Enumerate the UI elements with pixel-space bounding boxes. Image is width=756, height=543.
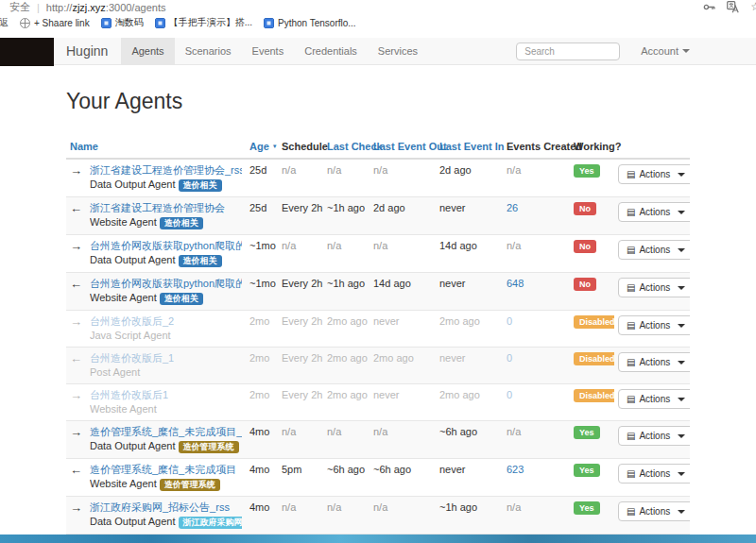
age-cell: 4mo (246, 497, 278, 535)
column-header-last-event-out[interactable]: Last Event Out (369, 136, 436, 159)
key-icon[interactable] (703, 1, 715, 13)
last-check-cell: ~6h ago (323, 459, 369, 497)
bookmark-label: Python Tensorflo... (278, 18, 356, 28)
column-header-name[interactable]: Name (66, 136, 246, 159)
last-event-out-cell: ~6h ago (369, 459, 436, 497)
globe-icon (20, 18, 30, 28)
bookmarks-bar: 返+ Shaare link淘数码【手把手演示】搭...Python Tenso… (0, 14, 756, 31)
actions-button[interactable]: ▤ Actions (618, 278, 690, 297)
bookmark-item[interactable]: 淘数码 (95, 16, 149, 29)
nav-item-credentials[interactable]: Credentials (294, 38, 368, 64)
last-event-in-cell: 2mo ago (436, 384, 503, 421)
last-event-in-cell: never (436, 348, 503, 384)
actions-button[interactable]: ▤ Actions (618, 426, 690, 446)
account-menu[interactable]: Account (641, 38, 690, 64)
chevron-down-icon (682, 49, 690, 53)
agent-name-link[interactable]: 浙江省建设工程造价管理协会 (90, 202, 225, 214)
working-badge: Yes (574, 501, 600, 515)
actions-button[interactable]: ▤ Actions (618, 164, 690, 184)
bookmark-item[interactable]: Python Tensorflo... (258, 18, 362, 28)
agent-name-link[interactable]: 台州造价改版后_2 (90, 315, 174, 328)
chevron-down-icon (678, 248, 685, 252)
working-cell: Yes (570, 159, 614, 197)
bookmarks-list: 返+ Shaare link淘数码【手把手演示】搭...Python Tenso… (0, 16, 362, 29)
direction-arrow-icon: ← (70, 278, 82, 305)
actions-button[interactable]: ▤ Actions (618, 464, 690, 484)
bookmark-star-icon[interactable]: ☆ (750, 0, 756, 14)
column-header-events-created: Events Created (503, 136, 570, 159)
column-header-working: Working? (570, 136, 614, 159)
column-header-age[interactable]: Age▼ (246, 136, 278, 159)
last-check-cell: ~1h ago (323, 273, 369, 311)
actions-button[interactable]: ▤ Actions (618, 202, 690, 222)
events-created-link[interactable]: 648 (507, 278, 524, 289)
age-cell: 25d (246, 197, 278, 235)
column-header-actions (614, 136, 690, 159)
agent-tag-badge[interactable]: 造价相关 (179, 255, 222, 267)
column-header-last-check[interactable]: Last Check (323, 136, 369, 159)
events-created-link[interactable]: 623 (507, 464, 524, 475)
agent-tag-badge[interactable]: 造价相关 (160, 293, 203, 305)
table-row: → 造价管理系统_糜信_未完成项目_rss Data Output Agent造… (66, 421, 690, 459)
age-cell: 25d (246, 159, 278, 197)
agent-name-link[interactable]: 台州造价网改版获取python爬取的数据_rss (90, 240, 242, 252)
nav-items: AgentsScenariosEventsCredentialsServices (121, 38, 428, 64)
direction-arrow-icon: → (70, 240, 82, 267)
chevron-down-icon (678, 472, 685, 476)
nav-item-events[interactable]: Events (242, 38, 295, 64)
events-created-link[interactable]: 0 (507, 315, 512, 327)
actions-button[interactable]: ▤ Actions (618, 240, 690, 260)
agent-tag-badge[interactable]: 造价管理系统 (179, 441, 239, 453)
agent-name-link[interactable]: 造价管理系统_糜信_未完成项目 (90, 464, 236, 476)
direction-arrow-icon: → (70, 389, 82, 416)
agent-name-link[interactable]: 造价管理系统_糜信_未完成项目_rss (90, 426, 242, 438)
bookmark-item[interactable]: 【手把手演示】搭... (149, 16, 258, 29)
nav-item-agents[interactable]: Agents (121, 38, 174, 64)
actions-button[interactable]: ▤ Actions (618, 389, 690, 409)
schedule-cell: n/a (278, 159, 323, 197)
direction-arrow-icon: ← (70, 352, 82, 379)
address-bar[interactable]: 安全 | http://zjzj.xyz:3000/agents ☆ (0, 0, 756, 14)
agent-name-link[interactable]: 浙江政府采购网_招标公告_rss (90, 501, 242, 514)
agent-tag-badge[interactable]: 造价管理系统 (160, 479, 220, 491)
agent-type-label: Data Output Agent (90, 440, 176, 451)
working-cell: No (570, 197, 614, 235)
search-input[interactable] (516, 42, 620, 60)
last-event-out-cell: never (369, 311, 436, 348)
agent-name-link[interactable]: 台州造价改版后1 (90, 389, 168, 401)
actions-button[interactable]: ▤ Actions (618, 315, 690, 335)
actions-button[interactable]: ▤ Actions (618, 501, 690, 521)
list-grid-icon: ▤ (627, 469, 635, 479)
agent-name-link[interactable]: 台州造价改版后_1 (90, 352, 174, 365)
agents-table-body: → 浙江省建设工程造价管理协会_rss Data Output Agent造价相… (66, 159, 690, 543)
nav-item-services[interactable]: Services (368, 38, 428, 64)
agent-type-label: Data Output Agent (90, 254, 176, 265)
working-badge: No (574, 240, 596, 253)
page-title: Your Agents (66, 89, 690, 114)
brand-logo[interactable]: Huginn (66, 38, 108, 64)
bookmark-item[interactable]: + Shaare link (14, 18, 95, 28)
bookmark-item[interactable]: 返 (0, 16, 14, 29)
events-created-link[interactable]: 0 (507, 389, 512, 400)
nav-spacer (428, 38, 516, 64)
table-row: ← 台州造价网改版获取python爬取的数据 Website Agent造价相关… (66, 273, 690, 311)
nav-item-scenarios[interactable]: Scenarios (175, 38, 242, 64)
events-created-link[interactable]: 26 (507, 202, 518, 213)
translate-icon[interactable] (727, 1, 739, 13)
agent-type-label: Java Script Agent (90, 330, 171, 341)
last-event-out-cell: n/a (369, 421, 436, 459)
agent-tag-badge[interactable]: 造价相关 (160, 217, 203, 229)
last-check-cell: 2mo ago (323, 311, 369, 348)
url-scheme: http:// (46, 2, 73, 13)
agent-tag-badge[interactable]: 造价相关 (179, 179, 222, 192)
main-content: Your Agents Name Age▼ Schedule Last Chec… (0, 89, 756, 543)
direction-arrow-icon: → (70, 426, 82, 453)
events-created-link[interactable]: 0 (507, 352, 512, 364)
agent-name-link[interactable]: 台州造价网改版获取python爬取的数据 (90, 278, 242, 290)
actions-button[interactable]: ▤ Actions (618, 352, 690, 372)
url-host: zjzj.xyz (72, 2, 105, 13)
schedule-cell: Every 2h (278, 384, 323, 421)
column-header-last-event-in[interactable]: Last Event In (436, 136, 503, 159)
agent-tag-badge[interactable]: 浙江政府采购网 (179, 517, 242, 529)
agent-name-link[interactable]: 浙江省建设工程造价管理协会_rss (90, 164, 242, 177)
